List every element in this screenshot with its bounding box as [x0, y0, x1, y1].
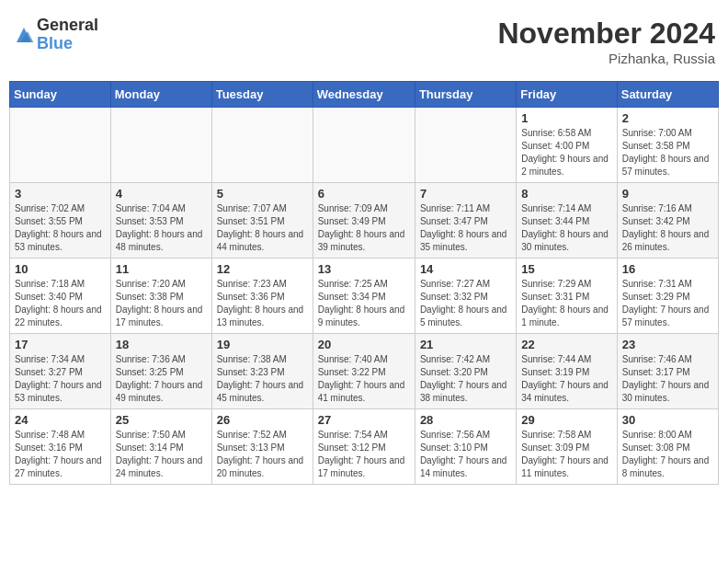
calendar-cell: 2Sunrise: 7:00 AM Sunset: 3:58 PM Daylig…	[617, 108, 718, 183]
calendar-week-row: 24Sunrise: 7:48 AM Sunset: 3:16 PM Dayli…	[10, 409, 719, 485]
calendar-cell	[313, 108, 415, 183]
day-number: 16	[622, 262, 713, 276]
day-number: 27	[318, 413, 410, 427]
day-info: Sunrise: 7:36 AM Sunset: 3:25 PM Dayligh…	[116, 353, 207, 405]
day-number: 19	[217, 338, 308, 351]
day-info: Sunrise: 7:27 AM Sunset: 3:32 PM Dayligh…	[420, 278, 511, 329]
day-number: 30	[622, 413, 713, 427]
calendar-cell	[110, 108, 211, 183]
calendar-cell: 10Sunrise: 7:18 AM Sunset: 3:40 PM Dayli…	[10, 259, 111, 334]
calendar-cell: 4Sunrise: 7:04 AM Sunset: 3:53 PM Daylig…	[110, 183, 211, 259]
day-info: Sunrise: 7:02 AM Sunset: 3:55 PM Dayligh…	[15, 202, 106, 254]
calendar-cell: 12Sunrise: 7:23 AM Sunset: 3:36 PM Dayli…	[211, 259, 313, 334]
day-info: Sunrise: 7:42 AM Sunset: 3:20 PM Dayligh…	[420, 353, 511, 405]
calendar-cell	[415, 108, 516, 183]
day-info: Sunrise: 7:04 AM Sunset: 3:53 PM Dayligh…	[116, 202, 207, 254]
calendar-cell: 16Sunrise: 7:31 AM Sunset: 3:29 PM Dayli…	[617, 259, 718, 334]
day-number: 24	[15, 413, 106, 427]
day-number: 1	[521, 111, 611, 125]
day-number: 17	[15, 338, 106, 351]
day-number: 12	[217, 262, 308, 276]
calendar-cell: 8Sunrise: 7:14 AM Sunset: 3:44 PM Daylig…	[517, 183, 617, 259]
header-tuesday: Tuesday	[211, 82, 313, 108]
day-info: Sunrise: 7:20 AM Sunset: 3:38 PM Dayligh…	[116, 278, 207, 329]
day-info: Sunrise: 7:52 AM Sunset: 3:13 PM Dayligh…	[217, 429, 308, 480]
day-number: 18	[116, 338, 207, 351]
header-friday: Friday	[517, 82, 617, 108]
calendar-week-row: 1Sunrise: 6:58 AM Sunset: 4:00 PM Daylig…	[10, 108, 719, 183]
calendar-cell: 5Sunrise: 7:07 AM Sunset: 3:51 PM Daylig…	[211, 183, 313, 259]
calendar-cell: 29Sunrise: 7:58 AM Sunset: 3:09 PM Dayli…	[517, 409, 617, 485]
day-info: Sunrise: 7:46 AM Sunset: 3:17 PM Dayligh…	[622, 353, 713, 405]
day-info: Sunrise: 7:56 AM Sunset: 3:10 PM Dayligh…	[420, 429, 511, 480]
day-info: Sunrise: 7:31 AM Sunset: 3:29 PM Dayligh…	[622, 278, 713, 329]
day-number: 28	[420, 413, 511, 427]
calendar-cell: 9Sunrise: 7:16 AM Sunset: 3:42 PM Daylig…	[617, 183, 718, 259]
day-number: 14	[420, 262, 511, 276]
calendar-cell: 30Sunrise: 8:00 AM Sunset: 3:08 PM Dayli…	[617, 409, 718, 485]
day-info: Sunrise: 7:07 AM Sunset: 3:51 PM Dayligh…	[217, 202, 308, 254]
calendar-week-row: 3Sunrise: 7:02 AM Sunset: 3:55 PM Daylig…	[10, 183, 719, 259]
calendar-cell: 22Sunrise: 7:44 AM Sunset: 3:19 PM Dayli…	[517, 334, 617, 409]
day-info: Sunrise: 7:23 AM Sunset: 3:36 PM Dayligh…	[217, 278, 308, 329]
calendar-cell: 24Sunrise: 7:48 AM Sunset: 3:16 PM Dayli…	[10, 409, 111, 485]
calendar-cell: 18Sunrise: 7:36 AM Sunset: 3:25 PM Dayli…	[110, 334, 211, 409]
day-number: 9	[622, 187, 713, 201]
day-info: Sunrise: 7:38 AM Sunset: 3:23 PM Dayligh…	[217, 353, 308, 405]
day-number: 25	[116, 413, 207, 427]
day-info: Sunrise: 8:00 AM Sunset: 3:08 PM Dayligh…	[622, 429, 713, 480]
day-info: Sunrise: 7:11 AM Sunset: 3:47 PM Dayligh…	[420, 202, 511, 254]
page-header: General Blue November 2024 Pizhanka, Rus…	[9, 9, 719, 74]
header-thursday: Thursday	[415, 82, 516, 108]
calendar-cell: 6Sunrise: 7:09 AM Sunset: 3:49 PM Daylig…	[313, 183, 415, 259]
logo: General Blue	[13, 17, 98, 53]
day-number: 3	[15, 187, 106, 201]
day-number: 4	[116, 187, 207, 201]
day-info: Sunrise: 7:48 AM Sunset: 3:16 PM Dayligh…	[15, 429, 106, 480]
day-info: Sunrise: 7:50 AM Sunset: 3:14 PM Dayligh…	[116, 429, 207, 480]
day-number: 23	[622, 338, 713, 351]
month-title: November 2024	[497, 17, 715, 51]
day-info: Sunrise: 7:58 AM Sunset: 3:09 PM Dayligh…	[521, 429, 611, 480]
logo-blue-text: Blue	[37, 35, 98, 53]
header-sunday: Sunday	[10, 82, 111, 108]
day-number: 13	[318, 262, 410, 276]
calendar-cell: 3Sunrise: 7:02 AM Sunset: 3:55 PM Daylig…	[10, 183, 111, 259]
header-monday: Monday	[110, 82, 211, 108]
title-block: November 2024 Pizhanka, Russia	[497, 17, 715, 66]
day-number: 15	[521, 262, 611, 276]
calendar-table: SundayMondayTuesdayWednesdayThursdayFrid…	[9, 81, 719, 485]
header-wednesday: Wednesday	[313, 82, 415, 108]
calendar-cell: 26Sunrise: 7:52 AM Sunset: 3:13 PM Dayli…	[211, 409, 313, 485]
day-info: Sunrise: 7:09 AM Sunset: 3:49 PM Dayligh…	[318, 202, 410, 254]
calendar-cell: 7Sunrise: 7:11 AM Sunset: 3:47 PM Daylig…	[415, 183, 516, 259]
day-number: 11	[116, 262, 207, 276]
calendar-header-row: SundayMondayTuesdayWednesdayThursdayFrid…	[10, 82, 719, 108]
calendar-week-row: 10Sunrise: 7:18 AM Sunset: 3:40 PM Dayli…	[10, 259, 719, 334]
calendar-cell: 15Sunrise: 7:29 AM Sunset: 3:31 PM Dayli…	[517, 259, 617, 334]
calendar-cell: 1Sunrise: 6:58 AM Sunset: 4:00 PM Daylig…	[517, 108, 617, 183]
calendar-cell: 14Sunrise: 7:27 AM Sunset: 3:32 PM Dayli…	[415, 259, 516, 334]
day-number: 22	[521, 338, 611, 351]
day-info: Sunrise: 7:54 AM Sunset: 3:12 PM Dayligh…	[318, 429, 410, 480]
calendar-cell: 19Sunrise: 7:38 AM Sunset: 3:23 PM Dayli…	[211, 334, 313, 409]
calendar-cell: 25Sunrise: 7:50 AM Sunset: 3:14 PM Dayli…	[110, 409, 211, 485]
location: Pizhanka, Russia	[497, 51, 715, 66]
calendar-cell: 28Sunrise: 7:56 AM Sunset: 3:10 PM Dayli…	[415, 409, 516, 485]
calendar-cell: 23Sunrise: 7:46 AM Sunset: 3:17 PM Dayli…	[617, 334, 718, 409]
day-info: Sunrise: 7:16 AM Sunset: 3:42 PM Dayligh…	[622, 202, 713, 254]
day-number: 6	[318, 187, 410, 201]
day-info: Sunrise: 7:40 AM Sunset: 3:22 PM Dayligh…	[318, 353, 410, 405]
day-info: Sunrise: 7:29 AM Sunset: 3:31 PM Dayligh…	[521, 278, 611, 329]
day-number: 5	[217, 187, 308, 201]
day-info: Sunrise: 7:44 AM Sunset: 3:19 PM Dayligh…	[521, 353, 611, 405]
day-info: Sunrise: 6:58 AM Sunset: 4:00 PM Dayligh…	[521, 127, 611, 178]
day-info: Sunrise: 7:00 AM Sunset: 3:58 PM Dayligh…	[622, 127, 713, 178]
day-info: Sunrise: 7:25 AM Sunset: 3:34 PM Dayligh…	[318, 278, 410, 329]
header-saturday: Saturday	[617, 82, 718, 108]
day-number: 20	[318, 338, 410, 351]
calendar-cell: 13Sunrise: 7:25 AM Sunset: 3:34 PM Dayli…	[313, 259, 415, 334]
calendar-cell: 11Sunrise: 7:20 AM Sunset: 3:38 PM Dayli…	[110, 259, 211, 334]
calendar-cell	[211, 108, 313, 183]
calendar-cell: 20Sunrise: 7:40 AM Sunset: 3:22 PM Dayli…	[313, 334, 415, 409]
